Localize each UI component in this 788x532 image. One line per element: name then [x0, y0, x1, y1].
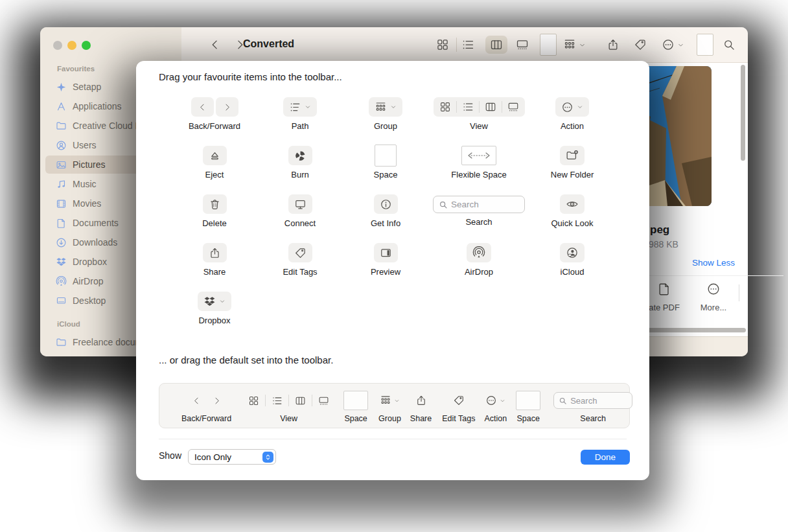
- share-button[interactable]: [607, 38, 620, 51]
- sidebar-item-label: Applications: [73, 101, 122, 111]
- minimize-window-button[interactable]: [67, 41, 76, 50]
- forward-button[interactable]: [216, 97, 238, 117]
- close-window-button[interactable]: [53, 41, 62, 50]
- back-icon: [192, 396, 202, 406]
- show-mode-value: Icon Only: [194, 452, 231, 462]
- action-icon: [561, 101, 574, 113]
- default-toolbar-set[interactable]: Back/Forward View Space Group Share: [159, 383, 630, 428]
- column-view-icon[interactable]: [485, 101, 496, 113]
- sidebar-section-icloud: iCloud: [57, 320, 80, 328]
- chevron-down-icon: [305, 104, 311, 110]
- search-field[interactable]: Search: [433, 196, 525, 213]
- column-view-icon: [295, 395, 306, 406]
- sidebar-item-label: Movies: [73, 198, 101, 209]
- search-icon[interactable]: [723, 38, 736, 51]
- palette-item-action[interactable]: Action: [520, 97, 624, 131]
- sheet-title: Drag your favourite items into the toolb…: [159, 71, 342, 82]
- icon-view-icon: [248, 395, 259, 406]
- default-item-space-2[interactable]: Space: [516, 390, 540, 423]
- icon-view-button[interactable]: [436, 38, 449, 51]
- documents-icon: [56, 218, 67, 229]
- list-view-button[interactable]: [461, 38, 474, 51]
- info-icon: [380, 198, 392, 211]
- default-item-search[interactable]: Search Search: [553, 390, 632, 423]
- palette-item-group[interactable]: Group: [334, 97, 437, 131]
- column-view-button[interactable]: [490, 38, 503, 51]
- chevron-down-icon: [390, 104, 397, 110]
- gallery-view-icon[interactable]: [507, 101, 519, 113]
- window-toolbar: Converted: [181, 27, 748, 63]
- palette-item-quick-look[interactable]: Quick Look: [520, 194, 624, 228]
- action-button[interactable]: [662, 38, 675, 51]
- window-title: Converted: [243, 38, 294, 50]
- palette-item-search[interactable]: Search Search: [427, 196, 531, 227]
- done-button[interactable]: Done: [581, 450, 630, 465]
- show-less-link[interactable]: Show Less: [692, 258, 735, 268]
- more-actions-button[interactable]: More...: [691, 282, 736, 312]
- default-item-back-forward[interactable]: Back/Forward: [181, 390, 231, 423]
- search-field: Search: [553, 392, 632, 409]
- palette-item-space[interactable]: Space: [334, 145, 437, 179]
- chevron-down-icon: [677, 41, 684, 49]
- tags-button[interactable]: [634, 38, 647, 51]
- back-button[interactable]: [191, 97, 214, 117]
- select-stepper-icon: [262, 452, 273, 463]
- group-button[interactable]: [563, 38, 576, 51]
- chevron-down-icon: [500, 398, 505, 404]
- palette-item-view[interactable]: View: [427, 97, 531, 131]
- preview-filename: peg: [650, 224, 669, 237]
- toolbar-space-placeholder[interactable]: [697, 34, 713, 56]
- search-icon: [439, 200, 448, 209]
- default-item-group[interactable]: Group: [378, 390, 401, 423]
- icloud-icon: [566, 246, 579, 259]
- vertical-scrollbar[interactable]: [741, 65, 745, 161]
- palette-item-icloud[interactable]: iCloud: [520, 243, 624, 277]
- preview-panel-icon: [380, 247, 392, 259]
- preview-filesize: 988 KB: [649, 239, 678, 249]
- sheet-subtitle: ... or drag the default set into the too…: [159, 354, 333, 365]
- users-icon: [56, 140, 67, 151]
- sidebar-item-label: Freelance docum: [73, 337, 143, 347]
- icon-view-icon[interactable]: [439, 101, 451, 113]
- applications-icon: [56, 101, 67, 112]
- default-item-space[interactable]: Space: [343, 390, 368, 423]
- sidebar-item-label: Documents: [73, 218, 119, 228]
- search-icon: [559, 397, 567, 405]
- gallery-view-icon: [318, 395, 329, 406]
- default-item-share[interactable]: Share: [410, 390, 432, 423]
- show-mode-select[interactable]: Icon Only: [188, 449, 276, 465]
- actions-divider: [739, 284, 739, 301]
- palette-item-airdrop[interactable]: AirDrop: [427, 243, 531, 277]
- chevron-down-icon: [219, 298, 226, 305]
- pictures-icon: [56, 159, 67, 170]
- list-view-icon: [272, 395, 283, 406]
- document-icon: [657, 282, 671, 296]
- setapp-icon: [56, 82, 67, 93]
- chevron-down-icon: [577, 104, 583, 110]
- horizontal-scrollbar[interactable]: [647, 328, 746, 332]
- list-view-icon[interactable]: [462, 101, 474, 113]
- default-item-edit-tags[interactable]: Edit Tags: [442, 390, 475, 423]
- default-item-action[interactable]: Action: [484, 390, 507, 423]
- sidebar-item-label: Desktop: [73, 295, 106, 306]
- palette-item-flexible-space[interactable]: Flexible Space: [427, 146, 531, 179]
- airdrop-icon: [56, 276, 67, 287]
- zoom-window-button[interactable]: [82, 41, 91, 50]
- toolbar-divider: [456, 38, 457, 52]
- sidebar-item-label: Users: [73, 140, 97, 150]
- music-icon: [56, 179, 67, 190]
- palette-item-preview[interactable]: Preview: [334, 243, 437, 277]
- desktop-icon: [56, 295, 67, 306]
- gallery-view-button[interactable]: [516, 38, 529, 51]
- default-item-view[interactable]: View: [248, 390, 329, 423]
- palette-item-new-folder[interactable]: New Folder: [520, 146, 624, 179]
- dropbox-icon: [56, 257, 67, 268]
- palette-item-dropbox[interactable]: Dropbox: [163, 292, 266, 325]
- back-button[interactable]: [209, 38, 222, 51]
- sidebar-item-label: Music: [73, 179, 97, 189]
- toolbar-space-placeholder[interactable]: [540, 34, 557, 56]
- chevron-down-icon: [394, 398, 400, 404]
- forward-icon: [212, 396, 222, 406]
- sidebar-item-label: Setapp: [73, 82, 101, 92]
- palette-item-get-info[interactable]: Get Info: [334, 194, 437, 228]
